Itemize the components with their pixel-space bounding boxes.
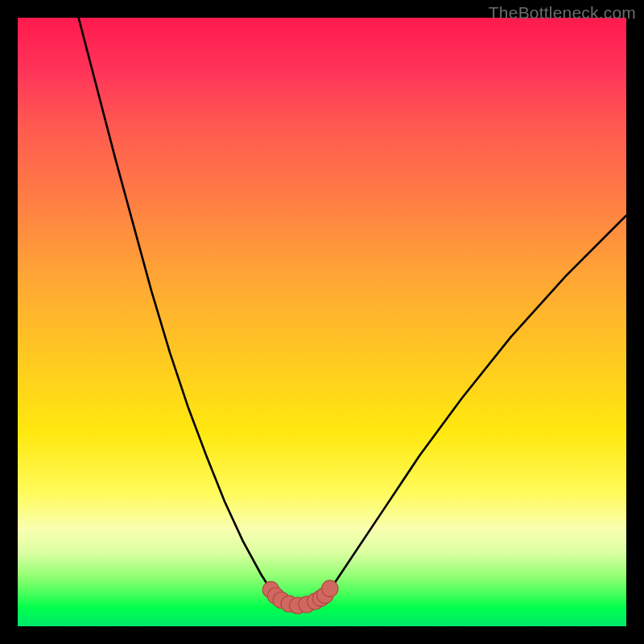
curve-left-path (79, 18, 276, 596)
curve-right-path (325, 216, 626, 597)
plot-area (18, 18, 626, 626)
marker-dot (322, 580, 338, 597)
watermark-text: TheBottleneck.com (489, 3, 636, 23)
curve-layer (18, 18, 626, 626)
chart-stage: TheBottleneck.com (0, 0, 644, 644)
marker-group (262, 580, 338, 614)
